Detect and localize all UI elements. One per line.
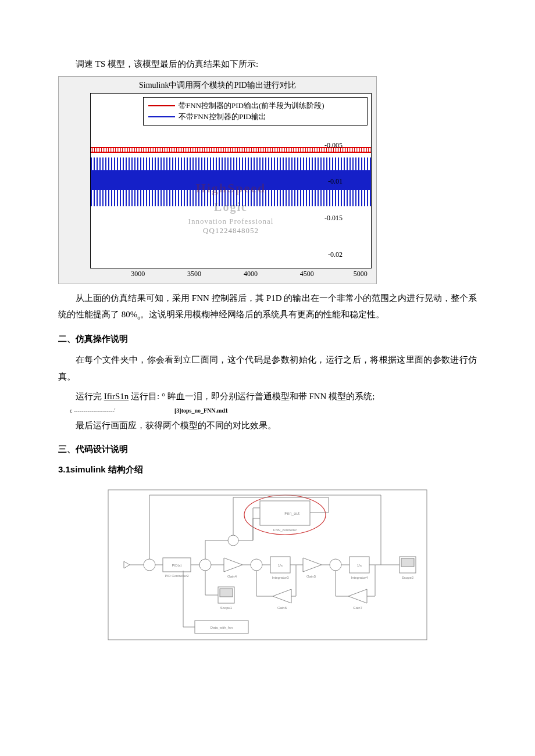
chart-legend: 带FNN控制器的PID输出(前半段为训练阶段) 不带FNN控制器的PID输出 bbox=[143, 97, 368, 126]
chart-figure: Simulink中调用两个模块的PID输出进行对比 带FNN控制器的PID输出(… bbox=[58, 76, 377, 284]
block-pid-sub: PID Controller2 bbox=[165, 574, 189, 578]
heading-3-1: 3.1simulink 结构介绍 bbox=[58, 464, 477, 475]
footnote-left: c ---------------------' bbox=[70, 407, 145, 414]
paragraph-4: 最后运行画面应，获得两个模型的不同的对比效果。 bbox=[58, 417, 477, 434]
degree-symbol: ° bbox=[159, 392, 165, 401]
block-tws: Data_with_fnn bbox=[211, 626, 233, 629]
block-fnn-sub: FNN_controller bbox=[273, 528, 297, 532]
heading-section-3: 三、代码设计说明 bbox=[58, 444, 477, 455]
paragraph-2: 在每个文件夹中，你会看到立匚面同，这个代码是参数初始化，运行之后，将根据这里面的… bbox=[58, 352, 477, 385]
after-chart-p1b: 。这说明采用模糊神经网络后的系统具有更高的性能和稳定性。 bbox=[140, 310, 384, 319]
svg-rect-18 bbox=[220, 589, 233, 597]
paragraph-3: 运行完 IfirS1n 运行目: ° 眸血一泪，即分别运行普通模型和带 FNN … bbox=[58, 388, 477, 405]
footnote-row: c ---------------------' [3]tops_no_FNN.… bbox=[58, 407, 477, 414]
x-tick-2: 4000 bbox=[244, 270, 258, 278]
y-tick-2: -0.01 bbox=[316, 177, 343, 185]
heading-section-2: 二、仿真操作说明 bbox=[58, 334, 477, 345]
chart-title: Simulink中调用两个模块的PID输出进行对比 bbox=[61, 80, 374, 91]
series-blue-lower-teeth bbox=[91, 190, 371, 206]
p3-c: 眸血一泪，即分别运行普通模型和带 FNN 模型的系统; bbox=[165, 392, 374, 401]
block-scope2: Scope2 bbox=[402, 576, 414, 579]
block-int3: Integrator3 bbox=[272, 576, 289, 579]
block-int4: Integrator4 bbox=[351, 576, 368, 579]
x-tick-1: 3500 bbox=[187, 270, 201, 278]
after-chart-paragraph: 从上面的仿真结果可知，采用 FNN 控制器后，其 P1D 的输出在一个非常小的范… bbox=[58, 290, 477, 324]
block-scope1: Scope1 bbox=[220, 606, 233, 610]
svg-point-11 bbox=[330, 559, 341, 571]
block-gain5: Gain5 bbox=[306, 575, 316, 578]
block-gain6: Gain6 bbox=[277, 606, 287, 610]
svg-point-4 bbox=[144, 559, 155, 571]
p3-a: 运行完 bbox=[76, 392, 104, 401]
svg-point-20 bbox=[228, 535, 238, 546]
series-blue-upper-teeth bbox=[91, 157, 371, 170]
block-gain7: Gain7 bbox=[353, 606, 363, 610]
block-gain4: Gain4 bbox=[227, 575, 237, 578]
y-tick-1: -0.005 bbox=[316, 141, 343, 149]
watermark-3: Innovation Professional bbox=[188, 217, 274, 226]
footnote-right: [3]tops_no_FNN.md1 bbox=[174, 407, 291, 414]
svg-marker-15 bbox=[273, 589, 291, 603]
svg-marker-7 bbox=[224, 558, 242, 572]
block-fnn-label: Fnn_out bbox=[284, 511, 299, 516]
svg-marker-16 bbox=[348, 589, 367, 603]
simulink-diagram: Fnn_out FNN_controller PID(s) PID Contro… bbox=[108, 489, 427, 640]
svg-marker-10 bbox=[303, 558, 322, 572]
watermark-4: QQ1224848052 bbox=[203, 226, 259, 235]
x-tick-3: 4500 bbox=[300, 270, 314, 278]
p3-b: 运行目: bbox=[129, 392, 159, 401]
svg-marker-3 bbox=[124, 561, 130, 568]
legend-swatch-red bbox=[148, 105, 175, 106]
y-tick-4: -0.02 bbox=[316, 250, 343, 259]
p3-underline: IfirS1n bbox=[104, 392, 129, 401]
y-tick-3: -0.015 bbox=[316, 213, 343, 222]
svg-point-8 bbox=[251, 559, 262, 571]
svg-point-6 bbox=[199, 559, 211, 571]
intro-line: 调速 TS 模型，该模型最后的仿真结果如下所示: bbox=[58, 56, 477, 73]
legend-swatch-blue bbox=[148, 116, 175, 117]
block-int4-sym: 1/s bbox=[357, 564, 362, 567]
svg-rect-14 bbox=[401, 558, 414, 567]
x-tick-0: 3000 bbox=[131, 270, 145, 278]
block-pid: PID(s) bbox=[172, 564, 182, 567]
x-tick-4: 5000 bbox=[354, 270, 368, 278]
legend-label-1: 带FNN控制器的PID输出(前半段为训练阶段) bbox=[179, 101, 324, 111]
block-int3-sym: 1/s bbox=[278, 564, 283, 567]
legend-label-2: 不带FNN控制器的PID输出 bbox=[179, 112, 266, 122]
